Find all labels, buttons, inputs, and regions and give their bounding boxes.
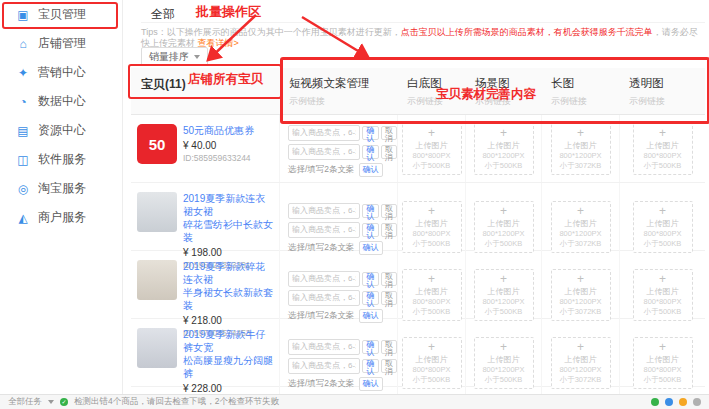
upload-size-hint: 800*800PX: [413, 152, 451, 161]
upload-image-button[interactable]: +上传图片800*1200PX小于3072KB: [551, 337, 611, 389]
product-title-link[interactable]: 50元商品优惠券: [183, 124, 254, 137]
chevron-down-icon: [48, 400, 54, 404]
upload-size-hint: 800*1200PX: [559, 152, 601, 161]
product-title-link[interactable]: 2019夏季新款连衣裙女裙碎花雪纺衫中长款女装: [183, 192, 275, 244]
confirm-button[interactable]: 确认: [362, 204, 379, 218]
column-header-upload-3-example-link[interactable]: 示例链接: [629, 95, 705, 108]
upload-image-button[interactable]: +上传图片800*1200PX小于3072KB: [551, 201, 611, 253]
seller-admin-window: ▣宝贝管理⌂店铺管理✦营销中心◔数据中心▤资源中心◫软件服务◎淘宝服务◭商户服务…: [0, 0, 709, 409]
column-header-upload-0-example-link[interactable]: 示例链接: [407, 95, 465, 108]
confirm-button[interactable]: 确认: [362, 145, 379, 159]
tips-text: Tips：以下操作展示的商品仅为其中一个作用宝贝素材进行更新，: [141, 27, 401, 37]
upload-image-button[interactable]: +上传图片800*1200PX小于3072KB: [551, 123, 611, 175]
upload-image-button[interactable]: +上传图片800*1200PX小于500KB: [474, 123, 534, 175]
selling-point-input[interactable]: [288, 339, 360, 355]
upload-label: 上传图片: [488, 140, 520, 151]
selling-point-input[interactable]: [288, 203, 360, 219]
selling-point-input[interactable]: [288, 290, 360, 306]
cancel-button[interactable]: 取消: [381, 126, 398, 140]
selling-point-input[interactable]: [288, 144, 360, 160]
tray-icon-3[interactable]: [679, 398, 687, 406]
product-title-link[interactable]: 2019夏季新款碎花连衣裙半身裙女长款新款套装: [183, 260, 275, 312]
tray-icon-1[interactable]: [651, 398, 659, 406]
cancel-button[interactable]: 取消: [381, 223, 398, 237]
upload-image-button[interactable]: +上传图片800*800PX小于500KB: [402, 269, 462, 321]
tray-icon-2[interactable]: [665, 398, 673, 406]
selling-point-input[interactable]: [288, 125, 360, 141]
upload-label: 上传图片: [647, 140, 679, 151]
upload-label: 上传图片: [416, 140, 448, 151]
column-header-upload-2: 长图示例链接: [541, 68, 619, 114]
upload-label: 上传图片: [488, 286, 520, 297]
upload-image-button[interactable]: +上传图片800*800PX小于500KB: [402, 201, 462, 253]
sidebar-item-label: 店铺管理: [38, 35, 86, 52]
plus-icon: +: [577, 205, 584, 217]
product-image[interactable]: [137, 260, 177, 300]
upload-kb-hint: 小于500KB: [644, 308, 682, 317]
upload-label: 上传图片: [416, 354, 448, 365]
cancel-button[interactable]: 取消: [381, 340, 398, 354]
cancel-button[interactable]: 取消: [381, 272, 398, 286]
cancel-button[interactable]: 取消: [381, 204, 398, 218]
confirm-button[interactable]: 确认: [362, 340, 379, 354]
column-header-upload-0: 白底图示例链接: [397, 68, 465, 114]
upload-image-button[interactable]: +上传图片800*800PX小于500KB: [633, 201, 693, 253]
product-title-link[interactable]: 2019夏季新款牛仔裤女宽松高腰显瘦九分阔腿裤: [183, 328, 275, 380]
column-header-upload-2-example-link[interactable]: 示例链接: [551, 95, 619, 108]
sidebar-item-software-service[interactable]: ◫软件服务: [0, 145, 122, 174]
tab-all[interactable]: 全部: [151, 6, 175, 23]
sidebar-item-shop-manage[interactable]: ⌂店铺管理: [0, 29, 122, 58]
upload-label: 上传图片: [416, 286, 448, 297]
product-image[interactable]: [137, 328, 177, 368]
product-price: ¥ 40.00: [183, 140, 254, 151]
upload-image-button[interactable]: +上传图片800*1200PX小于3072KB: [551, 269, 611, 321]
upload-image-button[interactable]: +上传图片800*800PX小于500KB: [633, 123, 693, 175]
upload-image-button[interactable]: +上传图片800*800PX小于500KB: [633, 337, 693, 389]
merchant-service-icon: ◭: [16, 211, 30, 225]
shop-manage-icon: ⌂: [16, 37, 30, 51]
cancel-button[interactable]: 取消: [381, 359, 398, 373]
upload-image-button[interactable]: +上传图片800*1200PX小于500KB: [474, 337, 534, 389]
cancel-button[interactable]: 取消: [381, 145, 398, 159]
sidebar-item-resource-center[interactable]: ▤资源中心: [0, 116, 122, 145]
confirm-button[interactable]: 确认: [362, 272, 379, 286]
coupon-image[interactable]: 50: [137, 124, 177, 164]
confirm-button[interactable]: 确认: [362, 291, 379, 305]
confirm-button[interactable]: 确认: [362, 359, 379, 373]
sidebar-item-merchant-service[interactable]: ◭商户服务: [0, 203, 122, 232]
pick-copy-link[interactable]: 选择/填写2条文案: [288, 164, 355, 176]
upload-image-button[interactable]: +上传图片800*800PX小于500KB: [633, 269, 693, 321]
upload-image-button[interactable]: +上传图片800*1200PX小于500KB: [474, 201, 534, 253]
upload-kb-hint: 小于3072KB: [560, 308, 602, 317]
upload-size-hint: 800*1200PX: [559, 298, 601, 307]
upload-label: 上传图片: [647, 354, 679, 365]
column-header-product-title: 宝贝(11): [141, 76, 279, 93]
confirm-button[interactable]: 确认: [362, 126, 379, 140]
sidebar-item-data-center[interactable]: ◔数据中心: [0, 87, 122, 116]
plus-icon: +: [659, 205, 666, 217]
sort-button[interactable]: 销量排序: [141, 47, 208, 66]
statusbar-tasks-label[interactable]: 全部任务: [8, 396, 42, 408]
cancel-button[interactable]: 取消: [381, 291, 398, 305]
tray-icon-4[interactable]: [693, 398, 701, 406]
column-header-upload-0-title: 白底图: [407, 76, 465, 91]
selling-point-input[interactable]: [288, 271, 360, 287]
upload-cell-3: +上传图片800*800PX小于500KB: [619, 319, 705, 395]
sidebar-item-label: 资源中心: [38, 122, 86, 139]
sidebar-item-marketing-center[interactable]: ✦营销中心: [0, 58, 122, 87]
upload-cell-1: +上传图片800*1200PX小于500KB: [465, 319, 541, 395]
column-header-copy-example-link[interactable]: 示例链接: [289, 95, 397, 108]
upload-image-button[interactable]: +上传图片800*800PX小于500KB: [402, 337, 462, 389]
upload-image-button[interactable]: +上传图片800*1200PX小于500KB: [474, 269, 534, 321]
confirm-button[interactable]: 确认: [362, 223, 379, 237]
plus-icon: +: [659, 273, 666, 285]
selling-point-input[interactable]: [288, 222, 360, 238]
column-header-upload-1-example-link[interactable]: 示例链接: [475, 95, 541, 108]
upload-image-button[interactable]: +上传图片800*800PX小于500KB: [402, 123, 462, 175]
data-center-icon: ◔: [16, 95, 30, 109]
product-image[interactable]: [137, 192, 177, 232]
confirm-button[interactable]: 确认: [359, 163, 383, 177]
selling-point-input[interactable]: [288, 358, 360, 374]
sidebar-item-product-manage[interactable]: ▣宝贝管理: [0, 0, 122, 29]
sidebar-item-taobao-service[interactable]: ◎淘宝服务: [0, 174, 122, 203]
